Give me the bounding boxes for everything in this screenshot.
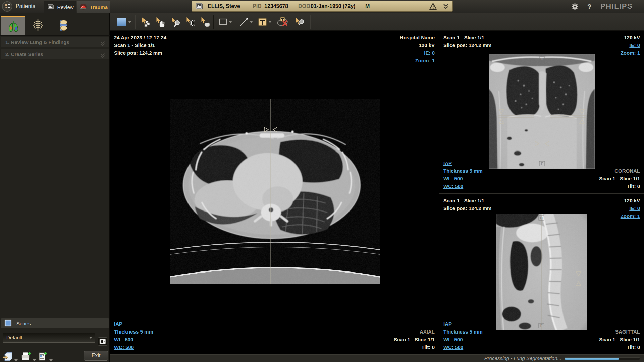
sagittal-preset-link[interactable]: IAP — [443, 320, 483, 328]
axial-thickness-link[interactable]: Thickness 5 mm — [114, 328, 153, 336]
coronal-wc-link[interactable]: WC: 500 — [443, 182, 483, 190]
philips-logo: PHILIPS — [600, 2, 633, 11]
sidebar-tab-lung[interactable] — [1, 16, 25, 35]
coronal-kv: 120 kV — [621, 34, 640, 41]
cursor-hand-icon — [154, 16, 166, 28]
double-chevron-down-icon — [100, 40, 106, 49]
processing-status-text: Processing - Lung Segmentation... — [484, 355, 561, 361]
series-preset-value: Default — [6, 335, 22, 340]
pid-label: PID — [253, 3, 262, 9]
axial-wc-link[interactable]: WC: 500 — [114, 343, 153, 351]
invert-contrast-icon — [99, 339, 106, 344]
patients-button[interactable]: Patients — [2, 1, 35, 12]
tab-trauma-label: Trauma — [90, 4, 108, 10]
segment-tool-button[interactable] — [199, 16, 211, 28]
help-button[interactable]: ? — [585, 2, 594, 11]
coronal-orientation: CORONAL — [599, 167, 640, 175]
image-icon — [46, 3, 54, 11]
export-series-button[interactable] — [3, 351, 18, 361]
sagittal-scan: Scan 1 - Slice 1/1 — [443, 197, 491, 204]
coronal-preset-link[interactable]: IAP — [443, 159, 483, 167]
window-level-tool-button[interactable] — [184, 16, 196, 28]
sagittal-zoom-link[interactable]: Zoom: 1 — [621, 212, 640, 220]
axial-overlay-bottom-left: IAP Thickness 5 mm WL: 500 WC: 500 — [114, 320, 153, 351]
sagittal-wc-link[interactable]: WC: 500 — [443, 343, 483, 351]
step-create-series[interactable]: 2. Create Series — [1, 49, 109, 59]
sidebar-tab-ribs[interactable] — [25, 16, 50, 35]
sagittal-overlay-top-right: 120 kV IE: 0 Zoom: 1 — [621, 197, 640, 220]
delete-annotation-tool-button[interactable] — [276, 16, 289, 28]
hospital-name: Hospital Name — [400, 34, 435, 41]
report-add-button[interactable] — [38, 351, 53, 361]
sagittal-thickness-link[interactable]: Thickness 5 mm — [443, 328, 483, 336]
axial-zoom-link[interactable]: Zoom: 1 — [400, 57, 435, 64]
spine-icon — [56, 19, 69, 32]
coronal-thickness-link[interactable]: Thickness 5 mm — [443, 167, 483, 175]
coronal-viewport[interactable]: H F Scan 1 - Slice 1/1 Slice pos: 124.2 … — [439, 31, 644, 193]
zoom-tool-button[interactable] — [170, 16, 181, 28]
sidebar-tab-spine[interactable] — [50, 16, 74, 35]
sagittal-overlay-bottom-left: IAP Thickness 5 mm WL: 500 WC: 500 — [443, 320, 483, 351]
patient-sex: M — [365, 3, 370, 9]
coronal-overlay-bottom-right: CORONAL Scan 1 - Slice 1/1 Tilt: 0 — [599, 167, 640, 190]
coronal-zoom-link[interactable]: Zoom: 1 — [621, 49, 640, 57]
coronal-tilt: Tilt: 0 — [599, 182, 640, 190]
chevron-down-icon — [229, 21, 232, 23]
coronal-wl-link[interactable]: WL: 500 — [443, 175, 483, 182]
step-review-lung-findings[interactable]: 1. Review Lung & Findings — [1, 37, 109, 47]
sagittal-ct-image[interactable]: H F — [496, 214, 587, 330]
exit-label: Exit — [92, 353, 101, 359]
layout-icon — [116, 17, 127, 27]
layout-button[interactable] — [116, 16, 131, 28]
cursor-magnifier-icon — [170, 16, 181, 28]
rectangle-roi-icon — [218, 17, 228, 27]
measure-tool-button[interactable] — [239, 16, 253, 28]
print-add-button[interactable] — [20, 351, 36, 361]
series-header[interactable]: Series — [1, 318, 109, 328]
roi-rect-tool-button[interactable] — [218, 16, 232, 28]
axial-viewport[interactable]: 24 Apr 2023 / 12:17:24 Scan 1 - Slice 1/… — [110, 31, 439, 354]
siren-icon — [79, 3, 87, 12]
sagittal-wl-link[interactable]: WL: 500 — [443, 336, 483, 343]
step-1-label: 1. Review Lung & Findings — [5, 39, 69, 45]
patient-name: ELLIS, Steve — [208, 3, 240, 9]
axial-datetime: 24 Apr 2023 / 12:17:24 — [114, 34, 166, 41]
grid-icon — [4, 319, 12, 328]
axial-ct-image[interactable] — [170, 99, 380, 284]
settings-button[interactable] — [570, 2, 580, 11]
coronal-ct-image[interactable]: H F — [489, 54, 595, 169]
axial-kv: 120 kV — [400, 41, 435, 49]
sagittal-overlay-bottom-right: SAGITTAL Scan 1 - Slice 1/1 Tilt: 0 — [599, 328, 640, 351]
series-header-label: Series — [16, 321, 31, 326]
pan-tool-button[interactable] — [154, 16, 166, 28]
invert-contrast-button[interactable] — [98, 337, 107, 346]
magnify-tool-button[interactable] — [294, 16, 305, 28]
sagittal-viewport[interactable]: H F Scan 1 - Slice 1/1 Slice pos: 124.2 … — [439, 194, 644, 354]
sagittal-ie-link[interactable]: IE: 0 — [621, 204, 640, 212]
text-tool-icon — [258, 17, 268, 27]
banner-collapse-button[interactable] — [442, 4, 449, 11]
segmentation-progress-bar — [565, 357, 640, 360]
print-add-icon — [20, 351, 32, 361]
navigate-tool-button[interactable] — [140, 16, 151, 28]
patient-banner[interactable]: ELLIS, Steve PID 12345678 DOB 01-Jan-195… — [192, 1, 453, 12]
chevron-down-icon — [33, 359, 36, 361]
exit-button[interactable]: Exit — [84, 351, 108, 361]
report-add-icon — [38, 351, 48, 361]
series-preset-dropdown[interactable]: Default — [3, 333, 95, 343]
text-annotation-tool-button[interactable] — [258, 16, 272, 28]
tab-review[interactable]: Review — [44, 1, 76, 13]
sagittal-scan2: Scan 1 - Slice 1/1 — [599, 336, 640, 343]
sagittal-slice-pos: Slice pos: 124.2 mm — [443, 204, 491, 212]
lungs-icon — [7, 20, 20, 33]
sagittal-overlay-top-left: Scan 1 - Slice 1/1 Slice pos: 124.2 mm — [443, 197, 491, 212]
coronal-scan: Scan 1 - Slice 1/1 — [443, 34, 491, 41]
axial-preset-link[interactable]: IAP — [114, 320, 153, 328]
tab-trauma[interactable]: Trauma — [77, 1, 110, 13]
coronal-ie-link[interactable]: IE: 0 — [621, 41, 640, 49]
axial-ie-link[interactable]: IE: 0 — [400, 49, 435, 57]
axial-wl-link[interactable]: WL: 500 — [114, 336, 153, 343]
question-icon: ? — [587, 3, 591, 11]
cursor-region-icon — [199, 16, 211, 28]
coronal-marker-bottom: F — [541, 162, 543, 166]
